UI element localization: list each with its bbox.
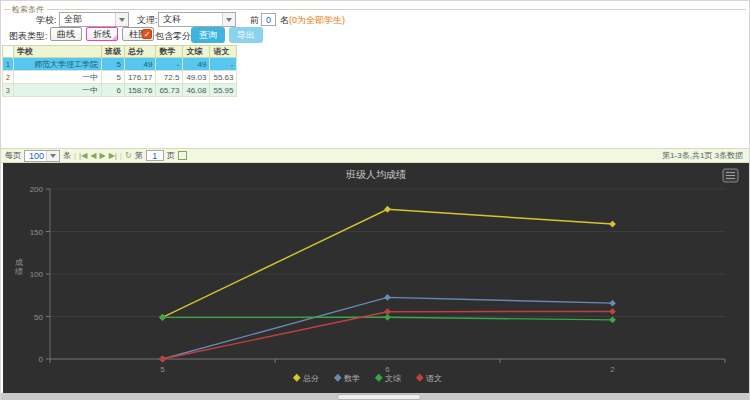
school-select-value: 全部	[64, 13, 115, 26]
column-header[interactable]: 文综	[183, 46, 210, 58]
legend-item-总分[interactable]: 总分	[293, 374, 319, 383]
y-axis-tick-label: 150	[30, 228, 44, 237]
y-axis-tick-label: 50	[34, 313, 43, 322]
column-header[interactable]: 班级	[101, 46, 124, 58]
data-point-marker[interactable]	[159, 314, 166, 321]
chevron-down-icon	[222, 13, 235, 26]
school-label: 学校:	[36, 14, 57, 27]
table-cell: 5	[101, 58, 124, 71]
table-cell: 65.73	[156, 84, 183, 97]
legend-marker	[293, 374, 301, 382]
app-window: 检索条件 学校: 全部 文理: 文科 前 名(0为全部学生) 图表类型: 曲线折…	[0, 0, 750, 400]
data-point-marker[interactable]	[609, 316, 616, 323]
x-axis-tick-label: 5	[160, 365, 165, 374]
chart-type-button[interactable]: 曲线	[50, 27, 82, 41]
data-point-marker[interactable]	[159, 356, 166, 363]
legend-marker	[334, 374, 342, 382]
school-select[interactable]: 全部	[59, 12, 129, 27]
query-button[interactable]: 查询	[191, 27, 225, 43]
top-n-prefix-label: 前	[250, 14, 259, 27]
table-cell: 一中	[13, 84, 101, 97]
table-header-row: 学校班级总分数学文综语文	[3, 46, 237, 58]
chevron-down-icon	[115, 13, 128, 26]
column-header[interactable]: 学校	[13, 46, 101, 58]
per-page-label: 每页	[5, 150, 21, 161]
data-point-marker[interactable]	[384, 308, 391, 315]
export-button[interactable]: 导出	[229, 27, 263, 43]
legend-item-文综[interactable]: 文综	[375, 374, 401, 383]
subject-select[interactable]: 文科	[158, 12, 236, 27]
table-cell: 176.17	[124, 71, 155, 84]
table-cell: 49	[183, 58, 210, 71]
data-point-marker[interactable]	[609, 221, 616, 228]
column-header[interactable]: 总分	[124, 46, 155, 58]
table-row[interactable]: 2一中5176.1772.549.0355.63	[3, 71, 237, 84]
next-page-icon[interactable]: ▶	[99, 151, 105, 160]
row-number: 3	[3, 84, 14, 97]
table-cell: -	[156, 58, 183, 71]
y-axis-tick-label: 100	[30, 270, 44, 279]
data-point-marker[interactable]	[609, 300, 616, 307]
x-axis-tick-label: 2	[610, 365, 615, 374]
legend-label: 数学	[344, 374, 360, 383]
column-header[interactable]: 数学	[156, 46, 183, 58]
refresh-icon[interactable]: ↻	[125, 151, 132, 160]
row-number: 1	[3, 58, 14, 71]
table-cell: 49	[124, 58, 155, 71]
data-point-marker[interactable]	[384, 294, 391, 301]
prev-page-icon[interactable]: ◀	[90, 151, 96, 160]
row-number-header	[3, 46, 14, 58]
chart-title: 班级人均成绩	[345, 169, 406, 180]
table-row[interactable]: 1师范大学理工学院549-49-	[3, 58, 237, 71]
page-suffix-label: 页	[167, 150, 175, 161]
horizontal-scrollbar[interactable]	[1, 393, 749, 400]
legend-item-语文[interactable]: 语文	[416, 374, 442, 383]
scrollbar-thumb[interactable]	[337, 394, 421, 400]
per-page-select[interactable]: 100	[24, 150, 60, 162]
legend-marker	[416, 374, 424, 382]
table-cell: 72.5	[156, 71, 183, 84]
series-line-数学	[163, 297, 613, 359]
legend-label: 语文	[426, 374, 442, 383]
pager-summary: 第1-3条,共1页 3条数据	[662, 150, 743, 161]
chevron-down-icon	[46, 151, 59, 161]
table-row[interactable]: 3一中6158.7665.7346.0855.95	[3, 84, 237, 97]
table-cell: 55.95	[210, 84, 237, 97]
page-number-input[interactable]	[146, 150, 164, 161]
chart-menu-icon[interactable]	[723, 169, 738, 182]
pager-divider: |	[74, 151, 76, 160]
y-axis-title: 成绩	[15, 258, 23, 276]
subject-select-value: 文科	[163, 13, 222, 26]
last-page-icon[interactable]: ▶|	[109, 151, 117, 160]
data-point-marker[interactable]	[609, 308, 616, 315]
x-axis-tick-label: 6	[385, 365, 390, 374]
include-zero-checkbox[interactable]: ✓	[142, 29, 152, 39]
legend-marker	[375, 374, 383, 382]
table-body: 1师范大学理工学院549-49-2一中5176.1772.549.0355.63…	[3, 58, 237, 97]
table-cell: -	[210, 58, 237, 71]
column-header[interactable]: 语文	[210, 46, 237, 58]
per-page-suffix: 条	[63, 150, 71, 161]
table-cell: 6	[101, 84, 124, 97]
expand-grid-icon[interactable]	[178, 151, 187, 160]
page-prefix-label: 第	[135, 150, 143, 161]
results-table: 学校班级总分数学文综语文 1师范大学理工学院549-49-2一中5176.177…	[2, 45, 237, 97]
pager-bar: 每页 100 条 | |◀ ◀ ▶ ▶| | ↻ 第 页 第1-3条,共1页 3…	[1, 148, 749, 163]
table-cell: 46.08	[183, 84, 210, 97]
first-page-icon[interactable]: |◀	[79, 151, 87, 160]
score-line-chart: 班级人均成绩050100150200562成绩总分数学文综语文	[3, 163, 749, 393]
top-n-input[interactable]	[261, 13, 276, 26]
legend-line	[47, 9, 746, 10]
legend-label: 总分	[302, 374, 319, 383]
top-n-suffix-label: 名(0为全部学生)	[280, 14, 345, 27]
data-point-marker[interactable]	[384, 206, 391, 213]
table-cell: 师范大学理工学院	[13, 58, 101, 71]
table-cell: 一中	[13, 71, 101, 84]
subject-label: 文理:	[137, 14, 158, 27]
table-cell: 55.63	[210, 71, 237, 84]
top-n-hint: (0为全部学生)	[289, 15, 345, 25]
table-cell: 158.76	[124, 84, 155, 97]
y-axis-tick-label: 200	[30, 185, 44, 194]
legend-item-数学[interactable]: 数学	[334, 374, 360, 383]
chart-type-button[interactable]: 折线	[86, 27, 118, 41]
